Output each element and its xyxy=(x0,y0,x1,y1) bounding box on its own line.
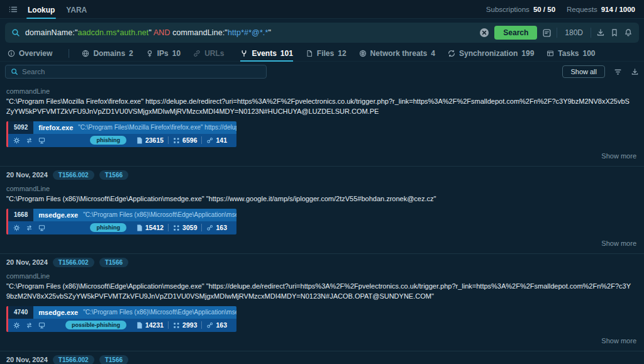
query-segment: " xyxy=(268,28,271,37)
usage-stats: Subscriptions 50 / 50 Requests 914 / 100… xyxy=(486,6,635,13)
query-template-icon[interactable] xyxy=(542,28,552,38)
tab-count: 10 xyxy=(172,49,180,58)
swap-arrows-icon[interactable] xyxy=(26,137,33,144)
info-icon xyxy=(8,50,15,57)
files-stat: 14231 xyxy=(132,321,168,329)
tab-synchronization[interactable]: Synchronization199 xyxy=(448,45,534,61)
connections-stat: 141 xyxy=(201,136,231,144)
show-more-link[interactable]: Show more xyxy=(601,337,636,345)
process-card[interactable]: 4740 msedge.exe "C:\Program Files (x86)\… xyxy=(6,306,236,332)
result-date: 20 Nov, 2024 xyxy=(6,171,48,179)
command-line-value: "C:\Program Files (x86)\Microsoft\Edge\A… xyxy=(0,194,638,204)
swap-arrows-icon[interactable] xyxy=(26,224,33,231)
modified-files-stat: 3059 xyxy=(168,224,201,231)
connections-icon xyxy=(206,224,213,231)
mitre-tag[interactable]: T1566 xyxy=(99,355,128,364)
tab-network-threats[interactable]: Network threats4 xyxy=(359,45,435,61)
tab-count: 100 xyxy=(582,49,595,58)
divider xyxy=(69,49,69,58)
process-pid: 4740 xyxy=(8,306,33,319)
tab-overview[interactable]: Overview xyxy=(8,45,56,61)
show-more-link[interactable]: Show more xyxy=(601,240,636,247)
show-more-link[interactable]: Show more xyxy=(601,152,636,160)
bookmark-icon[interactable] xyxy=(610,28,619,37)
download-icon[interactable] xyxy=(596,28,605,37)
tab-label: Network threats xyxy=(370,49,428,58)
menu-icon[interactable] xyxy=(9,5,18,14)
period-selector[interactable]: 180D xyxy=(562,28,586,37)
tab-files[interactable]: Files12 xyxy=(306,45,347,61)
subscriptions-label: Subscriptions xyxy=(486,6,530,13)
command-line-value: "C:\Program Files\Mozilla Firefox\firefo… xyxy=(0,97,638,117)
mitre-tag[interactable]: T1566.002 xyxy=(53,258,94,267)
process-cmd-preview: "C:\Program Files\Mozilla Firefox\firefo… xyxy=(78,124,236,131)
filter-search[interactable] xyxy=(5,65,267,79)
result-tabs: Overview Domains2 IPs10 URLs Events101 F… xyxy=(0,45,644,62)
filter-icon[interactable] xyxy=(614,68,622,76)
tab-urls: URLs xyxy=(193,45,228,61)
modified-files-stat: 6596 xyxy=(168,136,201,144)
tab-label: Files xyxy=(317,49,334,58)
result-date: 20 Nov, 2024 xyxy=(6,356,48,363)
mitre-tag[interactable]: T1566 xyxy=(99,170,128,180)
process-name: msedge.exe xyxy=(33,309,83,316)
subscriptions-value: 50 / 50 xyxy=(533,6,555,13)
tab-count: 199 xyxy=(521,49,534,58)
tab-lookup[interactable]: Lookup xyxy=(26,1,56,18)
tab-tasks[interactable]: Tasks100 xyxy=(547,45,595,61)
result-block: 20 Nov, 2024 T1566.002 T1566 commandLine… xyxy=(0,167,644,254)
virus-icon[interactable] xyxy=(13,224,20,231)
search-icon xyxy=(11,68,18,75)
tab-domains[interactable]: Domains2 xyxy=(82,45,133,61)
filter-bar: Show all xyxy=(0,62,644,82)
bell-icon[interactable] xyxy=(624,28,633,37)
show-all-button[interactable]: Show all xyxy=(562,65,605,78)
query-bar-wrap: domainName:"aadcdn.ms*auth.net" AND comm… xyxy=(0,19,644,45)
query-segment-commandline-value: http*#*@*.* xyxy=(228,28,269,37)
process-stats: 14231 2993 163 xyxy=(132,321,231,329)
mitre-tag[interactable]: T1566 xyxy=(99,258,128,267)
virus-icon[interactable] xyxy=(13,137,20,144)
field-label: commandLine xyxy=(0,181,644,194)
modified-files-icon xyxy=(173,224,180,231)
tab-yara[interactable]: YARA xyxy=(65,1,88,18)
tab-label: Events xyxy=(252,49,276,58)
tab-label: URLs xyxy=(204,49,224,58)
search-button[interactable]: Search xyxy=(494,26,537,40)
tab-ips[interactable]: IPs10 xyxy=(146,45,180,61)
tab-label: Tasks xyxy=(558,49,579,58)
query-input[interactable]: domainName:"aadcdn.ms*auth.net" AND comm… xyxy=(25,28,474,37)
clear-query-icon[interactable] xyxy=(479,28,489,38)
top-bar: Lookup YARA Subscriptions 50 / 50 Reques… xyxy=(0,0,644,19)
connections-icon xyxy=(206,137,213,144)
process-card[interactable]: 1668 msedge.exe "C:\Program Files (x86)\… xyxy=(6,209,236,234)
monitor-icon[interactable] xyxy=(38,224,45,231)
filter-search-input[interactable] xyxy=(22,68,261,75)
mitre-tag[interactable]: T1566.002 xyxy=(53,355,94,364)
swap-arrows-icon[interactable] xyxy=(26,322,33,329)
files-stat: 23615 xyxy=(132,136,168,144)
verdict-badge: possible-phishing xyxy=(65,321,126,329)
file-icon xyxy=(136,137,143,144)
files-stat: 15412 xyxy=(132,224,168,231)
tab-count: 12 xyxy=(338,49,346,58)
link-icon xyxy=(193,50,201,57)
process-name: firefox.exe xyxy=(33,124,78,131)
process-pid: 5092 xyxy=(8,121,33,134)
query-bar: domainName:"aadcdn.ms*auth.net" AND comm… xyxy=(5,23,639,43)
tab-events[interactable]: Events101 xyxy=(240,45,292,61)
requests-value: 914 / 1000 xyxy=(601,6,635,13)
process-stats: 23615 6596 141 xyxy=(132,136,231,144)
requests-stat: Requests 914 / 1000 xyxy=(567,6,635,13)
result-block: 20 Nov, 2024 T1566.002 T1566 commandLine… xyxy=(0,351,644,364)
virus-icon[interactable] xyxy=(13,322,20,329)
process-card[interactable]: 5092 firefox.exe "C:\Program Files\Mozil… xyxy=(6,121,236,147)
query-segment: domainName:" xyxy=(25,28,77,37)
mitre-tag[interactable]: T1566.002 xyxy=(53,170,94,180)
monitor-icon[interactable] xyxy=(38,322,45,329)
network-threats-icon xyxy=(359,50,367,57)
download-icon[interactable] xyxy=(631,68,639,76)
monitor-icon[interactable] xyxy=(38,137,45,144)
tab-label: Synchronization xyxy=(459,49,518,58)
query-segment-operator: AND xyxy=(153,28,170,37)
